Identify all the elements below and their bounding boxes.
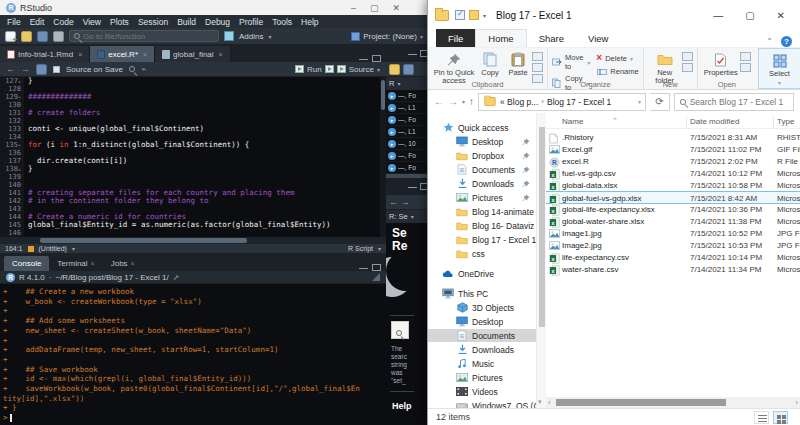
qat-properties-icon[interactable] — [455, 10, 465, 20]
rstudio-minimize-button[interactable]: – — [351, 3, 356, 13]
tab-share[interactable]: Share — [527, 29, 576, 47]
breadcrumb-prefix[interactable]: « Blog p... — [500, 97, 538, 107]
menu-plots[interactable]: Plots — [110, 17, 129, 27]
goto-file-input[interactable] — [83, 32, 203, 41]
environment-item[interactable]: ▸—,L1 — [386, 102, 432, 114]
rerun-icon[interactable] — [325, 65, 334, 73]
editor-horizontal-scrollbar[interactable] — [0, 237, 386, 244]
resize-grip[interactable] — [372, 273, 380, 281]
console-tab-terminal[interactable]: Terminal× — [49, 256, 102, 271]
rename-button[interactable]: Rename — [596, 66, 638, 77]
expand-object-icon[interactable]: ▸ — [388, 164, 396, 172]
expand-object-icon[interactable]: ▸ — [388, 92, 396, 100]
scroll-left-icon[interactable]: ‹ — [548, 398, 551, 407]
file-row-water-share-csv[interactable]: xwater-share.csv7/14/2021 11:34 PMMicros… — [546, 263, 800, 275]
addins-menu[interactable]: Addins — [239, 32, 263, 41]
copy-button[interactable]: Copy — [476, 50, 504, 77]
help-back-icon[interactable]: ← — [389, 197, 398, 207]
console-cursor[interactable] — [10, 414, 12, 422]
run-icon[interactable] — [295, 65, 304, 73]
move-to-button[interactable]: Move to▾ — [552, 53, 590, 71]
sidebar-item-pictures[interactable]: Pictures — [428, 371, 536, 384]
file-row-excel-r[interactable]: Rexcel.R7/15/2021 2:02 PMR File — [546, 155, 800, 167]
sidebar-item-desktop[interactable]: Desktop — [428, 135, 536, 148]
environment-item[interactable]: ▸—,Fo — [386, 114, 432, 126]
save-icon[interactable] — [37, 31, 48, 42]
help-minimize-icon[interactable] — [408, 186, 417, 188]
console-tab-jobs[interactable]: Jobs× — [103, 256, 143, 271]
document-name[interactable]: (Untitled) — [39, 245, 67, 252]
menu-file[interactable]: File — [7, 17, 21, 27]
edit-icon[interactable] — [740, 52, 751, 61]
qat-newfolder-icon[interactable] — [469, 10, 479, 20]
open-file-icon[interactable] — [21, 31, 32, 42]
console-prompt[interactable]: > — [3, 413, 384, 423]
goto-file-function[interactable] — [69, 30, 219, 42]
editor-tab-global-final[interactable]: global_final× — [155, 46, 231, 62]
paste-button[interactable]: Paste — [504, 50, 532, 77]
explorer-maximize-button[interactable]: ▢ — [745, 10, 754, 21]
history-icon[interactable] — [740, 63, 751, 72]
details-view-button[interactable] — [754, 411, 769, 424]
sidebar-item-pictures[interactable]: Pictures — [428, 191, 536, 204]
search-box[interactable] — [674, 93, 794, 111]
environment-item[interactable]: ▸—,10 — [386, 138, 432, 150]
editor-tab-excel-r-[interactable]: excel.R*× — [90, 46, 155, 62]
sidebar-item-downloads[interactable]: Downloads — [428, 343, 536, 356]
new-file-icon[interactable] — [5, 31, 16, 42]
project-menu[interactable]: Project: (None) ▾ — [351, 32, 427, 41]
explorer-close-button[interactable]: ✕ — [777, 10, 785, 21]
pane-layout-icon[interactable] — [224, 31, 234, 41]
code-tools-icon[interactable]: ⌁ — [141, 64, 146, 74]
pane-maximize-icon[interactable] — [372, 55, 381, 62]
close-tab-icon[interactable]: × — [131, 260, 135, 267]
scroll-right-icon[interactable]: › — [795, 398, 798, 407]
environment-item[interactable]: ▸—,Fo — [386, 162, 432, 174]
pane-maximize-icon[interactable] — [372, 264, 381, 271]
print-icon[interactable] — [53, 31, 64, 42]
expand-object-icon[interactable]: ▸ — [388, 152, 396, 160]
pane-minimize-icon[interactable] — [359, 58, 368, 60]
sidebar-item-downloads[interactable]: Downloads — [428, 177, 536, 190]
sidebar-item-dropbox[interactable]: Dropbox — [428, 149, 536, 162]
forward-icon[interactable]: → — [21, 64, 30, 74]
sidebar-item-desktop[interactable]: Desktop — [428, 315, 536, 328]
file-row-global-data-xlsx[interactable]: xglobal-data.xlsx7/15/2021 10:58 PMMicro… — [546, 179, 800, 191]
nav-forward-icon[interactable]: → — [448, 96, 458, 107]
help-forward-icon[interactable]: → — [401, 197, 410, 207]
column-name[interactable]: Name — [562, 117, 583, 126]
sidebar-item-windows7-os--c[interactable]: Windows7_OS (C — [428, 399, 536, 408]
back-icon[interactable]: ← — [6, 64, 15, 74]
pane-minimize-icon[interactable] — [359, 267, 368, 269]
explorer-minimize-button[interactable]: — — [713, 10, 723, 21]
nav-up-icon[interactable]: ↑ — [469, 96, 474, 107]
console-output[interactable]: + ## Create a new workbook+ w_book <- cr… — [0, 284, 386, 423]
ribbon-collapse-icon[interactable]: ⌃ — [766, 37, 773, 46]
expand-object-icon[interactable]: ▸ — [388, 104, 396, 112]
file-row-fuel-vs-gdp-csv[interactable]: xfuel-vs-gdp.csv7/14/2021 10:12 PMMicros… — [546, 167, 800, 179]
qat-customize-icon[interactable]: ▾ — [483, 12, 486, 19]
rstudio-close-button[interactable]: ✕ — [392, 3, 400, 13]
sidebar-item-css[interactable]: css — [428, 247, 536, 260]
file-row-global-life-expectancy-xlsx[interactable]: xglobal-life-expectancy.xlsx7/14/2021 10… — [546, 203, 800, 215]
menu-session[interactable]: Session — [138, 17, 168, 27]
sidebar-item-documents[interactable]: Documents — [428, 329, 536, 342]
popout-icon[interactable]: ➚ — [173, 273, 180, 282]
select-button[interactable]: Select ▾ — [763, 51, 796, 87]
copy-path-icon[interactable] — [532, 63, 543, 72]
refresh-icon[interactable]: ⟳ — [650, 93, 670, 111]
close-tab-icon[interactable]: × — [91, 260, 95, 267]
sidebar-scrollbar[interactable]: ▾ — [536, 113, 546, 408]
file-row-image1-jpg[interactable]: Image1.jpg7/15/2021 10:52 PMJPG File — [546, 227, 800, 239]
menu-view[interactable]: View — [83, 17, 101, 27]
menu-build[interactable]: Build — [177, 17, 196, 27]
menu-help[interactable]: Help — [301, 17, 318, 27]
menu-profile[interactable]: Profile — [239, 17, 263, 27]
environment-selector[interactable]: R ▾ — [386, 77, 432, 90]
close-tab-icon[interactable]: × — [143, 51, 147, 58]
sidebar-item-music[interactable]: Music — [428, 357, 536, 370]
file-row-image2-jpg[interactable]: Image2.jpg7/15/2021 10:53 PMJPG File — [546, 239, 800, 251]
run-button[interactable]: Run — [307, 65, 322, 74]
language-mode[interactable]: R Script — [348, 245, 373, 252]
nav-history-icon[interactable]: ▾ — [462, 98, 465, 105]
